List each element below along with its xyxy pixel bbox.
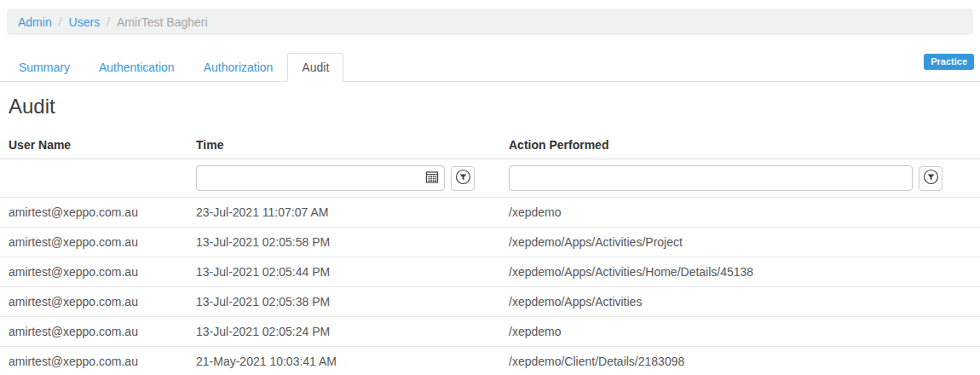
time-cell: 13-Jul-2021 02:05:24 PM [187, 317, 500, 347]
user-name-filter-cell [0, 159, 187, 198]
calendar-picker-button[interactable] [425, 170, 439, 187]
table-row: amirtest@xeppo.com.au 13-Jul-2021 02:05:… [0, 317, 980, 347]
table-row: amirtest@xeppo.com.au 13-Jul-2021 02:05:… [0, 257, 980, 287]
time-cell: 13-Jul-2021 02:05:38 PM [187, 287, 500, 317]
breadcrumb-link-users[interactable]: Users [69, 15, 101, 29]
action-cell: /xepdemo/Apps/Activities/Home/Details/45… [500, 257, 980, 287]
tab-authorization[interactable]: Authorization [189, 53, 288, 82]
time-filter-input[interactable] [196, 165, 445, 191]
tab-summary[interactable]: Summary [4, 53, 84, 82]
breadcrumb-current-user: AmirTest Bagheri [117, 15, 208, 29]
action-filter-menu-button[interactable] [919, 166, 943, 191]
user-name-cell: amirtest@xeppo.com.au [0, 287, 187, 317]
time-cell: 21-May-2021 10:03:41 AM [187, 347, 500, 375]
breadcrumb: Admin / Users / AmirTest Bagheri [7, 9, 973, 35]
action-cell: /xepdemo/Apps/Activities [500, 287, 980, 317]
column-header-user-name: User Name [0, 118, 187, 159]
table-row: amirtest@xeppo.com.au 21-May-2021 10:03:… [0, 347, 980, 375]
practice-badge: Practice [924, 54, 974, 70]
user-name-cell: amirtest@xeppo.com.au [0, 317, 187, 347]
user-name-cell: amirtest@xeppo.com.au [0, 347, 187, 375]
page-title: Audit [9, 95, 980, 118]
action-performed-filter-input[interactable] [509, 165, 913, 191]
breadcrumb-separator: / [107, 15, 110, 29]
funnel-circle-icon [923, 169, 939, 188]
tab-audit[interactable]: Audit [287, 53, 343, 82]
table-row: amirtest@xeppo.com.au 13-Jul-2021 02:05:… [0, 287, 980, 317]
calendar-icon [425, 170, 439, 187]
audit-table: User Name Time Action Performed [0, 118, 980, 375]
time-cell: 13-Jul-2021 02:05:44 PM [187, 257, 500, 287]
table-header-row: User Name Time Action Performed [0, 118, 980, 159]
column-header-time: Time [187, 118, 500, 159]
tab-bar: Summary Authentication Authorization Aud… [0, 53, 980, 82]
breadcrumb-link-admin[interactable]: Admin [18, 15, 52, 29]
user-audit-page: Admin / Users / AmirTest Bagheri Summary… [0, 0, 980, 375]
column-header-action-performed: Action Performed [500, 118, 980, 159]
time-cell: 13-Jul-2021 02:05:58 PM [187, 228, 500, 257]
action-cell: /xepdemo/Client/Details/2183098 [500, 347, 980, 375]
time-filter-menu-button[interactable] [451, 166, 475, 191]
action-cell: /xepdemo [500, 317, 980, 347]
user-name-cell: amirtest@xeppo.com.au [0, 228, 187, 257]
user-name-cell: amirtest@xeppo.com.au [0, 198, 187, 228]
table-row: amirtest@xeppo.com.au 23-Jul-2021 11:07:… [0, 198, 980, 228]
tab-authentication[interactable]: Authentication [84, 53, 189, 82]
filter-row [0, 159, 980, 198]
action-cell: /xepdemo [500, 198, 980, 228]
time-cell: 23-Jul-2021 11:07:07 AM [187, 198, 500, 228]
user-name-cell: amirtest@xeppo.com.au [0, 257, 187, 287]
action-filter-cell [500, 159, 980, 198]
action-cell: /xepdemo/Apps/Activities/Project [500, 228, 980, 257]
time-filter-cell [187, 159, 500, 198]
funnel-circle-icon [455, 169, 471, 188]
breadcrumb-separator: / [59, 15, 62, 29]
table-row: amirtest@xeppo.com.au 13-Jul-2021 02:05:… [0, 228, 980, 257]
